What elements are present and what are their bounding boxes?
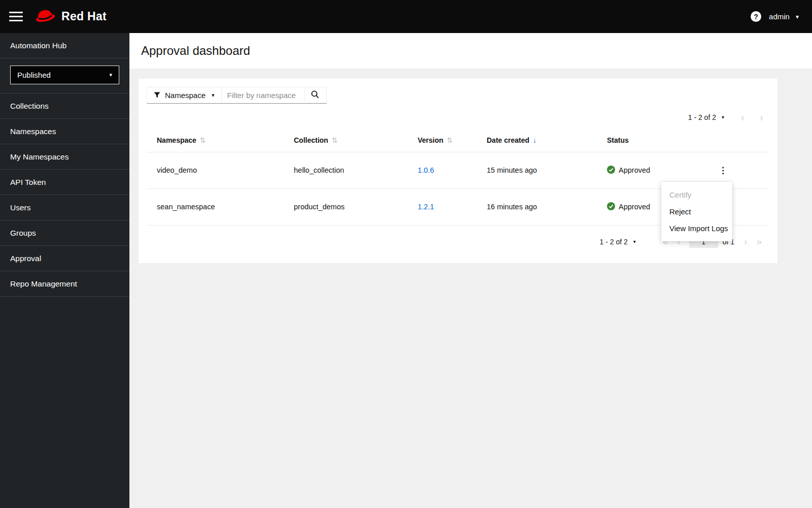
angle-left-icon: ‹	[741, 111, 745, 123]
caret-down-icon: ▾	[212, 92, 215, 99]
pagination-bottom-range-dropdown[interactable]: 1 - 2 of 2 ▾	[600, 238, 636, 246]
column-header-status: Status	[597, 129, 705, 152]
namespace-filter-input[interactable]	[222, 87, 304, 104]
caret-down-icon: ▾	[109, 72, 112, 78]
menu-item-reject[interactable]: Reject	[661, 203, 732, 220]
search-button[interactable]	[304, 87, 327, 104]
sort-desc-icon: ↓	[533, 136, 536, 144]
application-window: Red Hat ? admin ▾ Automation Hub Publish…	[0, 0, 812, 508]
table-header-row: Namespace⇅ Collection⇅ Version⇅ Date cre…	[147, 129, 769, 152]
check-circle-icon	[607, 202, 615, 212]
redhat-fedora-icon	[33, 7, 57, 26]
sidebar: Automation Hub Published ▾ Collections N…	[0, 33, 129, 508]
column-header-actions	[705, 129, 769, 152]
redhat-logo: Red Hat	[33, 7, 107, 26]
user-dropdown[interactable]: admin ▾	[769, 12, 799, 21]
repo-select-value: Published	[17, 71, 51, 79]
caret-down-icon: ▾	[722, 114, 724, 120]
username: admin	[769, 12, 790, 21]
kebab-menu-button[interactable]: ⋮	[716, 164, 730, 177]
sidebar-item-repo-management[interactable]: Repo Management	[0, 271, 129, 297]
masthead: Red Hat ? admin ▾	[0, 0, 812, 33]
page-header: Approval dashboard	[129, 33, 812, 69]
cell-namespace: sean_namespace	[147, 188, 284, 225]
cell-collection: hello_collection	[284, 152, 408, 188]
angle-double-right-icon: »	[756, 236, 762, 247]
search-icon	[311, 90, 319, 100]
menu-item-view-import-logs[interactable]: View Import Logs	[661, 220, 732, 237]
page-title: Approval dashboard	[141, 44, 250, 58]
pagination-range: 1 - 2 of 2	[688, 113, 716, 121]
sidebar-item-groups[interactable]: Groups	[0, 220, 129, 246]
check-circle-icon	[607, 166, 615, 175]
next-page-button[interactable]: ›	[739, 237, 752, 246]
sidebar-item-users[interactable]: Users	[0, 195, 129, 220]
repo-select[interactable]: Published ▾	[10, 66, 119, 84]
sidebar-item-api-token[interactable]: API Token	[0, 170, 129, 195]
column-header-namespace[interactable]: Namespace⇅	[147, 129, 284, 152]
kebab-icon: ⋮	[719, 166, 727, 175]
filter-icon	[154, 91, 160, 100]
sidebar-item-approval[interactable]: Approval	[0, 246, 129, 271]
caret-down-icon: ▾	[796, 14, 799, 20]
angle-right-icon: ›	[744, 236, 747, 247]
filter-field-label: Namespace	[165, 91, 206, 100]
status-badge: Approved	[607, 166, 702, 175]
column-header-collection[interactable]: Collection⇅	[284, 129, 408, 152]
version-link[interactable]: 1.2.1	[418, 203, 434, 211]
sort-icon: ⇅	[447, 136, 453, 144]
sidebar-item-namespaces[interactable]: Namespaces	[0, 119, 129, 144]
sidebar-item-collections[interactable]: Collections	[0, 93, 129, 119]
filter-field-dropdown[interactable]: Namespace ▾	[147, 87, 222, 104]
cell-date-created: 15 minutes ago	[477, 152, 597, 188]
help-icon[interactable]: ?	[751, 11, 761, 22]
pagination-top-range-dropdown[interactable]: 1 - 2 of 2 ▾	[688, 113, 724, 121]
pagination-range: 1 - 2 of 2	[600, 238, 628, 246]
content-area: Namespace ▾	[129, 69, 812, 508]
sidebar-item-automation-hub[interactable]: Automation Hub	[0, 33, 129, 58]
prev-page-button[interactable]: ‹	[733, 112, 752, 122]
sort-icon: ⇅	[200, 136, 206, 144]
version-link[interactable]: 1.0.6	[418, 166, 434, 174]
cell-namespace: video_demo	[147, 152, 284, 188]
angle-right-icon: ›	[760, 111, 763, 123]
repo-select-wrap: Published ▾	[0, 58, 129, 93]
column-header-date-created[interactable]: Date created↓	[477, 129, 597, 152]
caret-down-icon: ▾	[633, 239, 636, 244]
brand-wordmark: Red Hat	[61, 10, 107, 23]
last-page-button[interactable]: »	[752, 237, 766, 246]
pagination-top: 1 - 2 of 2 ▾ ‹ ›	[139, 108, 777, 129]
menu-item-certify: Certify	[661, 186, 732, 203]
hamburger-menu-icon[interactable]	[9, 9, 23, 24]
cell-collection: product_demos	[284, 188, 408, 225]
row-actions-menu: Certify Reject View Import Logs	[661, 182, 732, 241]
status-label: Approved	[619, 166, 650, 174]
column-header-version[interactable]: Version⇅	[408, 129, 477, 152]
cell-date-created: 16 minutes ago	[477, 188, 597, 225]
sort-icon: ⇅	[332, 136, 338, 144]
sidebar-item-my-namespaces[interactable]: My Namespaces	[0, 144, 129, 170]
next-page-button[interactable]: ›	[752, 112, 771, 122]
filter-toolbar: Namespace ▾	[139, 79, 777, 108]
status-label: Approved	[619, 203, 650, 211]
